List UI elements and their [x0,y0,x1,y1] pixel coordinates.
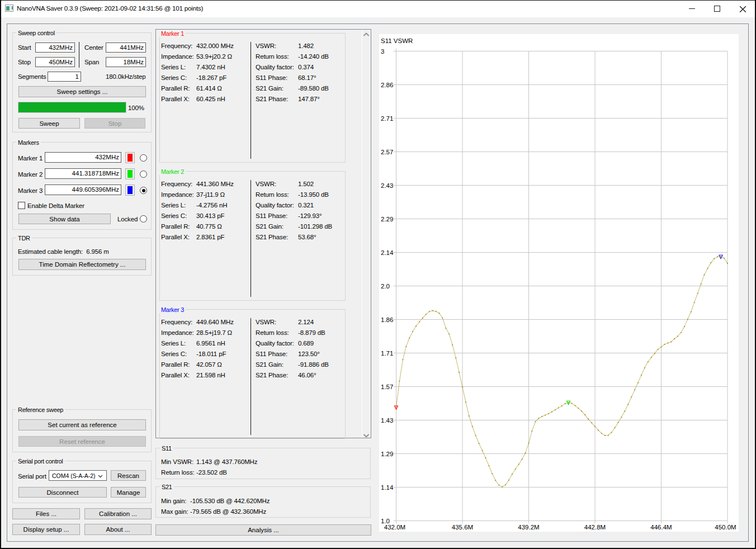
svg-text:435.6M: 435.6M [452,524,473,531]
svg-text:1.86: 1.86 [381,316,393,323]
svg-text:1.29: 1.29 [381,451,393,457]
svg-text:S11 VSWR: S11 VSWR [381,37,413,44]
svg-text:2.0: 2.0 [381,283,390,290]
svg-text:1.14: 1.14 [381,484,394,491]
svg-text:2.43: 2.43 [381,182,393,189]
svg-text:2.29: 2.29 [381,216,393,223]
svg-text:2.14: 2.14 [381,249,394,256]
svg-text:1.43: 1.43 [381,417,393,424]
svg-text:446.4M: 446.4M [650,524,672,531]
svg-text:1.57: 1.57 [381,384,393,390]
svg-text:442.8M: 442.8M [584,524,606,531]
svg-text:3: 3 [381,48,384,55]
svg-text:439.2M: 439.2M [518,524,539,531]
svg-text:2.57: 2.57 [381,149,393,155]
svg-text:2.71: 2.71 [381,115,393,122]
svg-text:450.0M: 450.0M [715,524,736,531]
svg-text:1.71: 1.71 [381,350,393,357]
svg-text:432.0M: 432.0M [384,524,405,531]
svg-text:2.86: 2.86 [381,82,393,88]
